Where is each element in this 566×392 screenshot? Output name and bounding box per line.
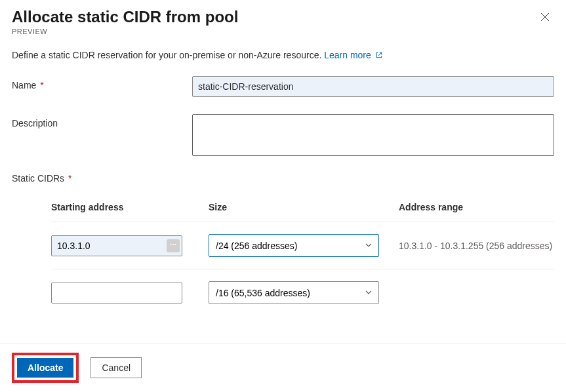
col-address-range: Address range [399,202,554,212]
intro-description: Define a static CIDR reservation for you… [12,50,324,60]
intro-text: Define a static CIDR reservation for you… [12,50,554,60]
svg-point-3 [172,244,174,245]
allocate-button[interactable]: Allocate [17,358,73,378]
table-row: /24 (256 addresses) 10.3.1.0 - 10.3.1.25… [51,222,554,269]
learn-more-label: Learn more [324,50,371,60]
table-header: Starting address Size Address range [51,202,554,222]
page-title: Allocate static CIDR from pool [12,8,238,26]
external-link-icon [374,50,383,60]
cidr-table: Starting address Size Address range /24 … [12,202,554,316]
description-label: Description [12,114,192,156]
static-cidrs-label: Static CIDRs * [12,173,554,184]
name-label: Name * [12,76,192,97]
size-select[interactable]: /24 (256 addresses) [209,234,379,257]
cancel-button[interactable]: Cancel [91,357,142,378]
size-select-value: /24 (256 addresses) [216,241,298,251]
close-icon [540,14,550,24]
required-indicator: * [66,173,71,184]
learn-more-link[interactable]: Learn more [324,50,382,60]
col-size: Size [209,202,392,212]
allocate-highlight: Allocate [12,353,79,383]
address-range-text: 10.3.1.0 - 10.3.1.255 (256 addresses) [399,241,554,251]
ellipsis-icon [169,241,177,250]
close-button[interactable] [536,8,554,28]
address-picker-button[interactable] [167,239,180,252]
svg-point-2 [170,244,171,245]
static-cidrs-label-text: Static CIDRs [12,173,64,184]
starting-address-input[interactable] [51,283,182,304]
starting-address-input[interactable] [51,235,182,256]
size-select[interactable]: /16 (65,536 addresses) [209,281,379,304]
size-select-value: /16 (65,536 addresses) [216,288,310,298]
name-input[interactable] [192,76,554,97]
preview-badge: PREVIEW [12,28,238,35]
name-label-text: Name [12,80,36,90]
footer: Allocate Cancel [0,343,566,392]
svg-point-4 [174,244,176,245]
required-indicator: * [37,80,43,90]
col-starting-address: Starting address [51,202,202,212]
table-row: /16 (65,536 addresses) [51,269,554,316]
description-input[interactable] [192,114,554,156]
